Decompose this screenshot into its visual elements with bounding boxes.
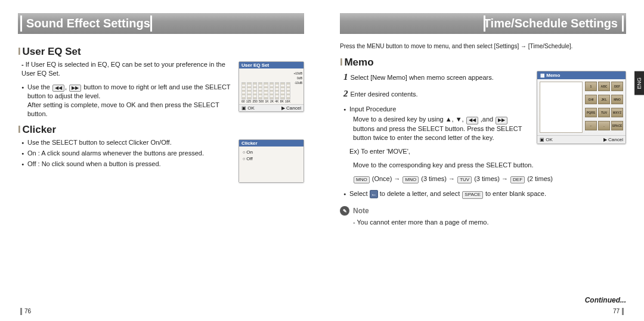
user-eq-bullet-1: Use the ◀◀, ▶▶ button to move to right o… — [21, 83, 231, 119]
user-eq-intro: If User EQ is selected in EQ, EQ can be … — [21, 60, 231, 78]
clicker-bullet-2: On : A click sound alarms whenever the b… — [21, 149, 231, 158]
page-number-left: 76 — [18, 308, 31, 315]
user-eq-screen: User EQ Set +10dB 0dB -10dB — [239, 61, 304, 112]
memo-ok: ▣ OK — [540, 137, 553, 142]
clicker-option-off: Off — [242, 155, 301, 162]
clicker-screen-title: Clicker — [239, 140, 304, 147]
back-icon: ← — [370, 190, 378, 198]
eq-cancel: ▶ Cancel — [281, 105, 301, 111]
eq-ok: ▣ OK — [242, 105, 255, 111]
note-heading: ✎ Note — [340, 206, 626, 216]
pencil-icon: ✎ — [340, 206, 349, 216]
rewind-icon: ◀◀ — [52, 85, 64, 92]
clicker-screen: Clicker On Off — [239, 139, 304, 183]
space-key: SPACE — [462, 191, 483, 199]
section-memo-title: Memo — [340, 57, 626, 68]
header-sound-effect: Sound Effect Settings — [18, 13, 304, 34]
section-user-eq-title: User EQ Set — [18, 46, 304, 58]
example-sequence: MNO (Once) → MNO (3 times) → TUV (3 time… — [353, 174, 626, 184]
clicker-bullet-3: Off : No click sound when a button is pr… — [21, 160, 231, 169]
page-left: Sound Effect Settings User EQ Set If Use… — [0, 0, 322, 321]
page-number-right: 77 — [613, 308, 626, 315]
section-clicker-title: Clicker — [18, 124, 304, 136]
content-right: Press the MENU button to move to menu, a… — [340, 42, 626, 315]
memo-cancel: ▶ Cancel — [603, 137, 623, 142]
example-label: Ex) To enter 'MOVE', — [349, 147, 626, 156]
header-time-schedule: Time/Schedule Settings — [340, 13, 626, 34]
delete-space-instruction: Select ← to delete a letter, and select … — [343, 189, 626, 199]
top-instruction: Press the MENU button to move to menu, a… — [340, 42, 626, 51]
clicker-option-on: On — [242, 149, 301, 155]
continued-label: Continued... — [585, 296, 626, 304]
page-right: Time/Schedule Settings ENG Press the MEN… — [322, 0, 644, 321]
forward-icon: ▶▶ — [69, 85, 81, 92]
note-text: - You cannot enter more than a page of m… — [353, 218, 626, 227]
clicker-bullet-1: Use the SELECT button to selecct Clicker… — [21, 138, 231, 147]
memo-screen-title: ▦ Memo — [537, 71, 626, 79]
example-instruction: Move to the corresponding key and press … — [353, 161, 626, 170]
forward-icon: ▶▶ — [496, 117, 507, 124]
rewind-icon: ◀◀ — [466, 117, 478, 124]
user-eq-screen-title: User EQ Set — [239, 62, 304, 68]
language-tab: ENG — [634, 71, 644, 95]
content-left: User EQ Set If User EQ is selected in EQ… — [18, 42, 304, 315]
input-procedure-label: Input Procedure — [343, 105, 626, 114]
